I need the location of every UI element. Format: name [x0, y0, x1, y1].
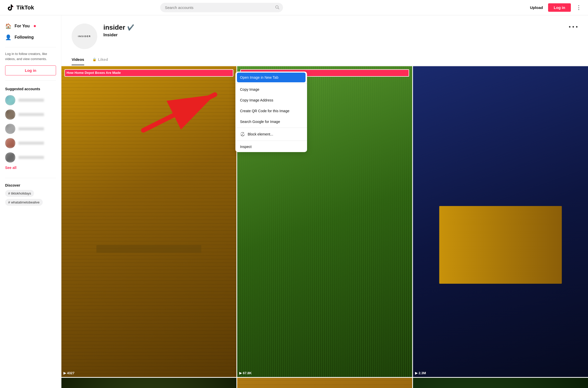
- discover-section: Discover # tiktokholidays # whatatimetob…: [0, 182, 61, 207]
- tab-videos[interactable]: Videos: [72, 54, 84, 65]
- context-menu: Open Image in New Tab Copy Image Copy Im…: [235, 72, 307, 152]
- sidebar-item-following[interactable]: 👤 Following: [0, 32, 61, 43]
- sidebar-item-for-you[interactable]: 🏠 For You: [0, 20, 61, 32]
- video-thumb-5[interactable]: [237, 378, 412, 388]
- videos-grid: How Home Depot Boxes Are Made ▶ 4327 Lux…: [61, 65, 588, 388]
- context-menu-copy-image-address[interactable]: Copy Image Address: [235, 95, 307, 106]
- avatar-2: [5, 109, 15, 120]
- avatar-3: [5, 124, 15, 134]
- play-count-3: 2.3M: [419, 371, 426, 375]
- context-menu-inspect[interactable]: Inspect: [235, 141, 307, 152]
- video-thumb-4[interactable]: [61, 378, 236, 388]
- svg-line-2: [278, 8, 279, 9]
- profile-header: INSIDER insider ✔️ Insider • • •: [61, 15, 588, 54]
- profile-info: insider ✔️ Insider: [103, 24, 578, 41]
- account-name-5: [18, 156, 44, 159]
- profile-username: insider: [103, 24, 125, 31]
- block-element-label: Block element...: [248, 132, 273, 136]
- play-count-1: 4327: [67, 371, 74, 375]
- suggested-account-1[interactable]: [0, 93, 61, 107]
- video-thumb-3[interactable]: ▶ 2.3M: [413, 66, 588, 377]
- profile-display-name: Insider: [103, 32, 578, 38]
- discover-title: Discover: [5, 183, 56, 187]
- avatar-1: [5, 95, 15, 105]
- context-menu-divider-3: [235, 141, 307, 141]
- copy-image-address-label: Copy Image Address: [240, 98, 273, 102]
- inspect-label: Inspect: [240, 145, 252, 149]
- create-qr-label: Create QR Code for this Image: [240, 109, 289, 113]
- header: TikTok Upload Log in ⋮: [0, 0, 588, 15]
- header-right: Upload Log in ⋮: [530, 3, 582, 12]
- search-input[interactable]: [160, 3, 283, 12]
- account-name-2: [18, 113, 44, 116]
- main-layout: 🏠 For You 👤 Following Log in to follow c…: [0, 15, 588, 388]
- account-name-3: [18, 127, 44, 130]
- profile-tabs: Videos 🔒 Liked: [61, 54, 588, 65]
- hashtag-chips: # tiktokholidays # whatatimetobealive: [5, 190, 56, 206]
- profile-name-row: insider ✔️: [103, 24, 578, 31]
- hash-icon-1: #: [8, 191, 10, 195]
- upload-button[interactable]: Upload: [530, 5, 543, 10]
- avatar-4: [5, 138, 15, 148]
- suggested-account-4[interactable]: [0, 136, 61, 150]
- context-menu-create-qr[interactable]: Create QR Code for this Image: [235, 106, 307, 116]
- avatar-5: [5, 152, 15, 163]
- video-thumb-6[interactable]: [413, 378, 588, 388]
- context-menu-search-google[interactable]: Search Google for Image: [235, 116, 307, 127]
- lock-icon: 🔒: [92, 58, 96, 61]
- video-play-count-3: ▶ 2.3M: [415, 371, 426, 375]
- play-icon-2: ▶: [239, 371, 242, 375]
- profile-more-button[interactable]: • • •: [569, 24, 578, 30]
- hashtag-chip-1[interactable]: # tiktokholidays: [5, 190, 34, 197]
- home-icon: 🏠: [5, 23, 12, 29]
- header-login-button[interactable]: Log in: [548, 3, 571, 12]
- sidebar-login-button[interactable]: Log in: [5, 65, 56, 75]
- hashtag-label-2: whatatimetobealive: [11, 200, 39, 204]
- sidebar-nav: 🏠 For You 👤 Following: [0, 20, 61, 43]
- context-menu-divider-1: [235, 83, 307, 84]
- search-icon[interactable]: [275, 5, 279, 10]
- video-play-count-1: ▶ 4327: [63, 371, 74, 375]
- sidebar-divider: [5, 47, 56, 47]
- see-all-button[interactable]: See all: [0, 165, 61, 174]
- sidebar-for-you-label: For You: [15, 24, 30, 28]
- search-google-label: Search Google for Image: [240, 120, 280, 124]
- suggested-account-3[interactable]: [0, 122, 61, 136]
- more-options-button[interactable]: ⋮: [576, 4, 582, 11]
- profile-avatar: INSIDER: [72, 24, 97, 49]
- tiktok-logo-icon: [6, 4, 14, 12]
- verified-badge-icon: ✔️: [127, 24, 134, 31]
- tab-liked-label: Liked: [98, 57, 108, 62]
- sidebar-divider-3: [5, 178, 56, 178]
- play-count-2: 67.8K: [243, 371, 252, 375]
- insider-logo-text: INSIDER: [78, 35, 91, 38]
- block-element-icon: [240, 132, 245, 137]
- hashtag-chip-2[interactable]: # whatatimetobealive: [5, 199, 43, 206]
- logo[interactable]: TikTok: [6, 4, 37, 12]
- suggested-account-5[interactable]: [0, 150, 61, 165]
- sidebar-divider-2: [5, 81, 56, 81]
- notification-dot: [34, 25, 36, 27]
- account-name-4: [18, 142, 44, 145]
- video-thumb-1[interactable]: How Home Depot Boxes Are Made ▶ 4327: [61, 66, 236, 377]
- context-menu-copy-image[interactable]: Copy Image: [235, 84, 307, 95]
- context-menu-open-image[interactable]: Open Image in New Tab: [237, 73, 306, 82]
- hash-icon-2: #: [8, 200, 10, 204]
- sidebar-following-label: Following: [15, 35, 34, 40]
- suggested-account-2[interactable]: [0, 107, 61, 122]
- tab-liked[interactable]: 🔒 Liked: [92, 54, 108, 65]
- logo-text: TikTok: [16, 4, 34, 11]
- following-icon: 👤: [5, 34, 12, 40]
- hashtag-label-1: tiktokholidays: [11, 191, 31, 195]
- copy-image-label: Copy Image: [240, 87, 259, 92]
- sidebar: 🏠 For You 👤 Following Log in to follow c…: [0, 15, 61, 388]
- sidebar-login-prompt: Log in to follow creators, like videos, …: [0, 51, 61, 61]
- open-image-label: Open Image in New Tab: [240, 75, 278, 79]
- search-bar: [160, 3, 283, 12]
- play-icon-1: ▶: [63, 371, 66, 375]
- context-menu-block-element[interactable]: Block element...: [235, 128, 307, 140]
- play-icon-3: ▶: [415, 371, 418, 375]
- context-menu-divider-2: [235, 128, 307, 128]
- account-name-1: [18, 99, 44, 102]
- video-label-1: How Home Depot Boxes Are Made: [64, 69, 233, 77]
